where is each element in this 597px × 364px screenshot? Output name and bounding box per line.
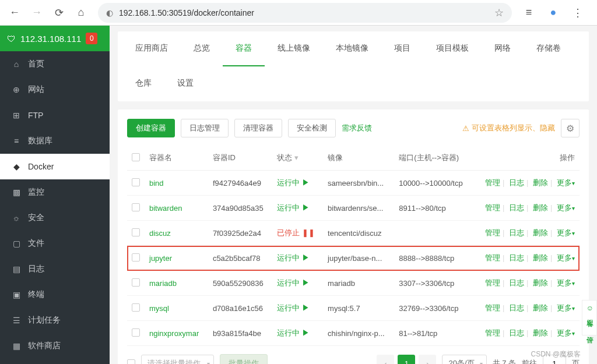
row-checkbox[interactable] (132, 228, 140, 236)
tab-应用商店[interactable]: 应用商店 (122, 31, 181, 66)
action-more[interactable]: 更多▾ (557, 278, 575, 287)
per-page-select[interactable]: 20条/页 (442, 355, 486, 364)
page-next[interactable]: › (419, 355, 436, 364)
footer-checkbox[interactable] (127, 359, 135, 364)
action-delete[interactable]: 删除 (533, 203, 548, 212)
batch-select[interactable]: 请选择批量操作 (141, 355, 214, 364)
tab-总览[interactable]: 总览 (181, 31, 223, 66)
review-tab[interactable]: ✎ 评价 (582, 317, 597, 334)
create-container-button[interactable]: 创建容器 (127, 119, 175, 137)
container-name-link[interactable]: mariadb (149, 279, 177, 288)
container-status[interactable]: 已停止 ❚❚ (272, 221, 323, 246)
sidebar-item-文件[interactable]: ▢文件 (0, 231, 110, 256)
container-status[interactable]: 运行中 ▶ (272, 196, 323, 221)
sidebar-item-计划任务[interactable]: ☰计划任务 (0, 308, 110, 333)
sidebar-item-首页[interactable]: ⌂首页 (0, 51, 110, 77)
action-manage[interactable]: 管理 (485, 278, 500, 287)
log-manage-button[interactable]: 日志管理 (181, 119, 229, 137)
profile-icon[interactable]: ● (543, 3, 563, 23)
container-status[interactable]: 运行中 ▶ (272, 321, 323, 346)
container-status[interactable]: 运行中 ▶ (272, 171, 323, 196)
action-manage[interactable]: 管理 (485, 203, 500, 212)
action-more[interactable]: 更多▾ (557, 253, 575, 262)
page-current[interactable]: 1 (398, 355, 415, 364)
bookmark-icon[interactable]: ☆ (494, 6, 504, 19)
container-name-link[interactable]: jupyter (149, 254, 172, 263)
action-manage[interactable]: 管理 (485, 328, 500, 337)
home-button[interactable]: ⌂ (71, 3, 91, 23)
sidebar-item-终端[interactable]: ▣终端 (0, 282, 110, 308)
forward-button[interactable]: → (27, 3, 47, 23)
action-log[interactable]: 日志 (509, 303, 524, 312)
address-bar[interactable]: ◐ 192.168.1.50:30519/docker/container ☆ (98, 3, 512, 23)
tab-容器[interactable]: 容器 (223, 31, 265, 66)
row-checkbox[interactable] (132, 178, 140, 186)
reading-list-icon[interactable]: ≡ (519, 3, 539, 23)
container-name-link[interactable]: discuz (149, 229, 171, 238)
action-manage[interactable]: 管理 (485, 303, 500, 312)
action-log[interactable]: 日志 (509, 328, 524, 337)
row-checkbox[interactable] (132, 303, 140, 312)
action-delete[interactable]: 删除 (533, 178, 548, 187)
action-more[interactable]: 更多▾ (557, 303, 575, 312)
reload-button[interactable]: ⟳ (49, 3, 69, 23)
container-status[interactable]: 运行中 ▶ (272, 246, 323, 271)
container-name-link[interactable]: bind (149, 179, 164, 188)
clean-container-button[interactable]: 清理容器 (234, 119, 282, 137)
sidebar-item-监控[interactable]: ▩监控 (0, 179, 110, 205)
tab-本地镜像[interactable]: 本地镜像 (323, 31, 381, 66)
action-log[interactable]: 日志 (509, 278, 524, 287)
row-checkbox[interactable] (132, 328, 140, 337)
settings-button[interactable]: ⚙ (561, 119, 580, 137)
tab-仓库[interactable]: 仓库 (122, 66, 164, 101)
container-name-link[interactable]: bitwarden (149, 204, 182, 213)
container-name-link[interactable]: nginxproxymar (149, 329, 199, 338)
column-hint: ⚠ 可设置表格列显示、隐藏 (462, 123, 555, 133)
action-manage[interactable]: 管理 (485, 178, 500, 187)
sidebar-item-数据库[interactable]: ≡数据库 (0, 128, 110, 154)
container-name-link[interactable]: mysql (149, 304, 169, 313)
action-delete[interactable]: 删除 (533, 278, 548, 287)
select-all-checkbox[interactable] (132, 153, 140, 161)
action-log[interactable]: 日志 (509, 203, 524, 212)
batch-action-button[interactable]: 批量操作 (220, 354, 268, 364)
back-button[interactable]: ← (5, 3, 24, 23)
row-checkbox[interactable] (132, 203, 140, 211)
tab-项目[interactable]: 项目 (381, 31, 423, 66)
feedback-link[interactable]: 需求反馈 (342, 123, 372, 133)
tab-线上镜像[interactable]: 线上镜像 (265, 31, 323, 66)
alert-badge[interactable]: 0 (86, 33, 97, 44)
action-more[interactable]: 更多▾ (557, 228, 575, 237)
action-delete[interactable]: 删除 (533, 303, 548, 312)
sidebar-item-Docker[interactable]: ◆Docker (0, 154, 110, 179)
action-delete[interactable]: 删除 (533, 328, 548, 337)
action-log[interactable]: 日志 (509, 228, 524, 237)
action-manage[interactable]: 管理 (485, 228, 500, 237)
sidebar-item-FTP[interactable]: ⊞FTP (0, 103, 110, 128)
action-manage[interactable]: 管理 (485, 253, 500, 262)
container-status[interactable]: 运行中 ▶ (272, 296, 323, 321)
row-checkbox[interactable] (132, 278, 140, 287)
tab-设置[interactable]: 设置 (164, 66, 206, 101)
sidebar-item-网站[interactable]: ⊕网站 (0, 77, 110, 103)
support-tab[interactable]: ☺ 客服 (582, 301, 597, 317)
action-delete[interactable]: 删除 (533, 228, 548, 237)
col-status[interactable]: 状态 ▾ (272, 146, 323, 171)
sidebar-item-软件商店[interactable]: ▦软件商店 (0, 333, 110, 359)
sidebar-item-安全[interactable]: ☼安全 (0, 205, 110, 231)
tab-网络[interactable]: 网络 (482, 31, 524, 66)
row-checkbox[interactable] (132, 253, 140, 261)
container-status[interactable]: 运行中 ▶ (272, 271, 323, 296)
action-delete[interactable]: 删除 (533, 253, 548, 262)
action-log[interactable]: 日志 (509, 253, 524, 262)
page-prev[interactable]: ‹ (377, 355, 394, 364)
security-check-button[interactable]: 安全检测 (288, 119, 336, 137)
action-more[interactable]: 更多▾ (557, 178, 575, 187)
action-more[interactable]: 更多▾ (557, 203, 575, 212)
tab-存储卷[interactable]: 存储卷 (524, 31, 574, 66)
tab-项目模板[interactable]: 项目模板 (423, 31, 482, 66)
sidebar-item-日志[interactable]: ▤日志 (0, 256, 110, 282)
action-log[interactable]: 日志 (509, 178, 524, 187)
menu-icon[interactable]: ⋮ (568, 3, 588, 23)
action-more[interactable]: 更多▾ (557, 328, 575, 337)
